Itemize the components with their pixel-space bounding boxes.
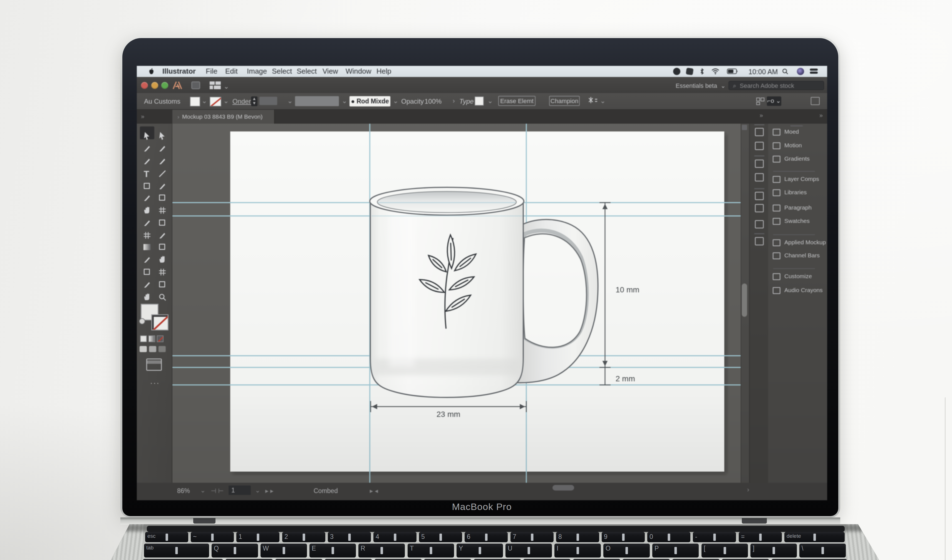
svg-text:10 mm: 10 mm: [615, 285, 640, 294]
svg-text:2 mm: 2 mm: [615, 374, 635, 383]
svg-text:23 mm: 23 mm: [436, 410, 461, 418]
